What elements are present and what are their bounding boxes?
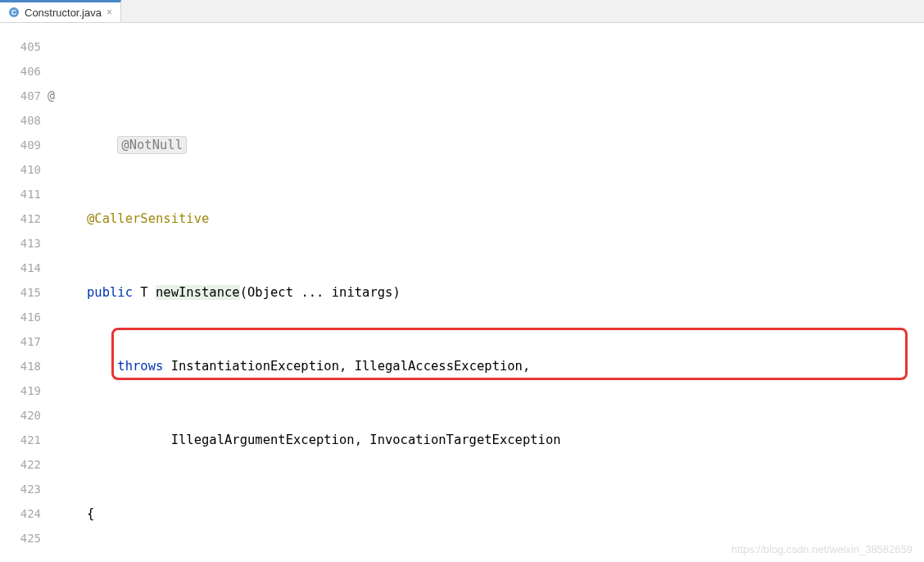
watermark: https://blog.csdn.net/weixin_38582659 bbox=[732, 543, 913, 555]
line-number: 417 bbox=[0, 329, 41, 354]
code-area[interactable]: @NotNull @CallerSensitive public T newIn… bbox=[87, 23, 924, 562]
line-number: 413 bbox=[0, 231, 41, 256]
line-number: 416 bbox=[0, 305, 41, 329]
line-number: 420 bbox=[0, 403, 41, 428]
line-number: 410 bbox=[0, 157, 41, 182]
file-tab[interactable]: C Constructor.java × bbox=[0, 0, 121, 22]
annotation-gutter: @ bbox=[48, 23, 87, 562]
line-number: 408 bbox=[0, 108, 41, 133]
line-number: 414 bbox=[0, 256, 41, 280]
code-line: { bbox=[87, 501, 924, 526]
line-number-gutter: 405 406 407 408 409 410 411 412 413 414 … bbox=[0, 23, 48, 562]
line-number: 415 bbox=[0, 280, 41, 305]
line-number: 412 bbox=[0, 206, 41, 231]
line-number: 422 bbox=[0, 452, 41, 477]
class-icon: C bbox=[8, 7, 20, 18]
line-number: 424 bbox=[0, 501, 41, 526]
line-number: 421 bbox=[0, 428, 41, 452]
code-line: @CallerSensitive bbox=[87, 206, 924, 231]
line-number: 423 bbox=[0, 477, 41, 501]
line-number: 406 bbox=[0, 59, 41, 84]
code-line: IllegalArgumentException, InvocationTarg… bbox=[87, 428, 924, 452]
code-line: public T newInstance(Object ... initargs… bbox=[87, 280, 924, 305]
line-number: 419 bbox=[0, 378, 41, 403]
line-number: 418 bbox=[0, 354, 41, 378]
line-number: 411 bbox=[0, 182, 41, 206]
line-number: 409 bbox=[0, 133, 41, 157]
code-line: @NotNull bbox=[87, 133, 924, 157]
tab-filename: Constructor.java bbox=[25, 7, 102, 19]
tab-bar: C Constructor.java × bbox=[0, 0, 924, 23]
override-icon[interactable]: @ bbox=[48, 84, 55, 108]
line-number: 405 bbox=[0, 34, 41, 59]
code-line: throws InstantiationException, IllegalAc… bbox=[87, 354, 924, 378]
editor[interactable]: 405 406 407 408 409 410 411 412 413 414 … bbox=[0, 23, 924, 562]
close-icon[interactable]: × bbox=[106, 7, 112, 18]
line-number: 407 bbox=[0, 84, 41, 108]
svg-text:C: C bbox=[11, 8, 17, 16]
line-number: 425 bbox=[0, 526, 41, 551]
